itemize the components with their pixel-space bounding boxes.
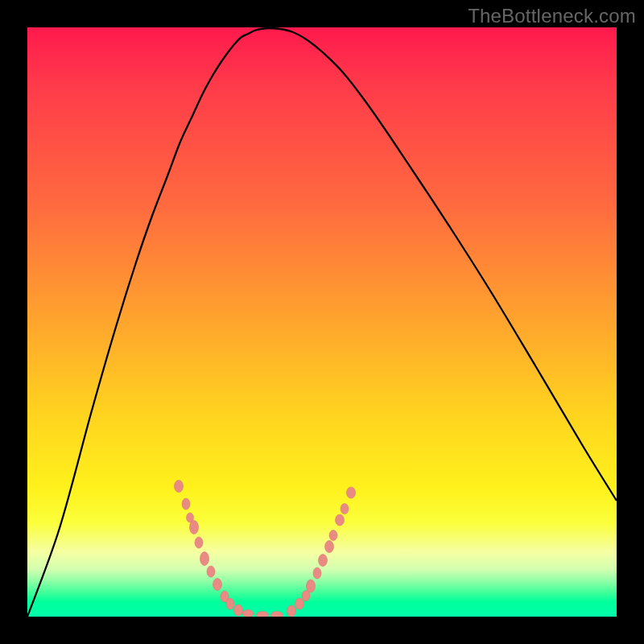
data-marker (200, 552, 209, 566)
data-marker (213, 579, 222, 591)
data-marker (207, 566, 215, 577)
data-marker (271, 612, 283, 617)
data-marker (287, 605, 296, 617)
data-marker (190, 521, 199, 535)
data-marker (325, 541, 334, 553)
data-marker (195, 537, 203, 548)
bottleneck-curve (27, 28, 617, 617)
data-marker (175, 481, 184, 493)
data-marker (242, 610, 254, 617)
data-marker (313, 568, 321, 579)
data-marker (257, 612, 269, 617)
chart-frame: TheBottleneck.com (0, 0, 644, 644)
watermark-text: TheBottleneck.com (468, 5, 636, 27)
marker-group (175, 481, 356, 617)
data-marker (182, 498, 190, 510)
data-marker (307, 580, 316, 592)
data-marker (336, 514, 345, 526)
data-marker (329, 530, 337, 541)
data-marker (226, 598, 234, 609)
data-marker (234, 605, 243, 616)
data-marker (341, 504, 349, 514)
curve-svg (27, 27, 617, 617)
data-marker (319, 555, 328, 567)
data-marker (295, 598, 304, 609)
data-marker (347, 487, 356, 498)
plot-area (27, 27, 617, 617)
